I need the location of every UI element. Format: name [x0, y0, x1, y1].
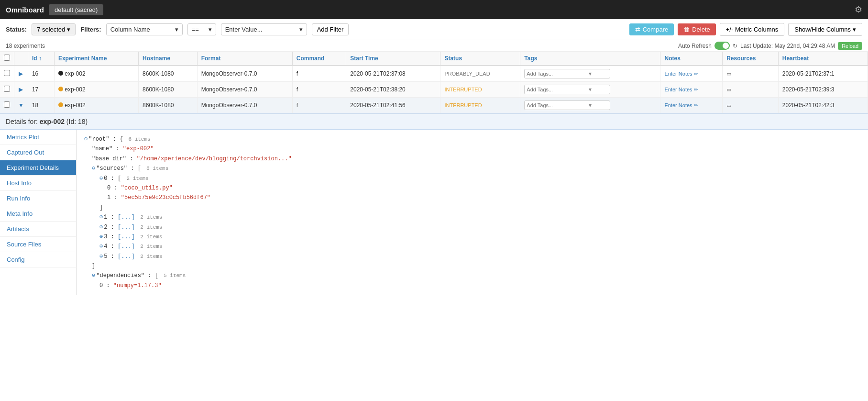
row-checkbox-cell[interactable] [0, 66, 14, 82]
refresh-cycle-icon[interactable]: ↻ [733, 43, 737, 49]
row-expand[interactable]: ▼ [14, 98, 28, 113]
gear-icon[interactable]: ⚙ [855, 4, 862, 15]
row-start-time: 2020-05-21T02:41:56 [346, 98, 440, 113]
side-nav-item-experiment-details[interactable]: Experiment Details [0, 160, 76, 176]
compare-button[interactable]: ⇄ Compare [629, 23, 674, 35]
json-line: ⊕4 : [...] 2 items [84, 242, 860, 251]
tag-input[interactable] [527, 71, 589, 77]
resource-icon: ▭ [726, 71, 731, 77]
side-nav-item-run-info[interactable]: Run Info [0, 191, 76, 206]
status-value: 7 selected [37, 26, 65, 33]
header-select-all[interactable] [0, 52, 14, 66]
header-hostname[interactable]: Hostname [139, 52, 198, 66]
filter-value-input[interactable]: Enter Value... ▾ [221, 23, 307, 35]
tree-toggle[interactable]: ⊖ [84, 136, 88, 143]
json-collapsed[interactable]: [...] [118, 234, 135, 240]
operator-select[interactable]: == ▾ [187, 23, 216, 35]
tree-toggle[interactable]: ⊕ [99, 234, 103, 240]
tree-toggle[interactable]: ⊕ [99, 224, 103, 231]
header-heartbeat[interactable]: Heartbeat [778, 52, 868, 66]
row-heartbeat: 2020-05-21T02:42:3 [778, 98, 868, 113]
enter-notes-link[interactable]: Enter Notes ✏ [664, 87, 698, 92]
row-tags[interactable]: ▾ [520, 98, 660, 113]
tag-input-wrap[interactable]: ▾ [524, 85, 610, 94]
tree-toggle[interactable]: ⊕ [99, 253, 103, 260]
side-nav-item-source-files[interactable]: Source Files [0, 237, 76, 252]
tag-dropdown-icon[interactable]: ▾ [589, 86, 592, 93]
tag-input[interactable] [527, 102, 589, 108]
tag-input[interactable] [527, 87, 589, 92]
header-experiment-name[interactable]: Experiment Name [54, 52, 138, 66]
header-format[interactable]: Format [197, 52, 292, 66]
side-nav-item-artifacts[interactable]: Artifacts [0, 222, 76, 237]
header-notes[interactable]: Notes [660, 52, 723, 66]
side-nav-item-config[interactable]: Config [0, 252, 76, 267]
reload-button[interactable]: Reload [838, 42, 862, 50]
row-notes[interactable]: Enter Notes ✏ [660, 66, 723, 82]
json-line: "name" : "exp-002" [84, 144, 860, 154]
json-string: "5ec5b75e9c23c0c5fb56df67" [121, 194, 210, 201]
active-tab[interactable]: default (sacred) [49, 4, 103, 15]
row-checkbox[interactable] [4, 70, 10, 76]
header-tags[interactable]: Tags [520, 52, 660, 66]
tag-dropdown-icon[interactable]: ▾ [589, 70, 592, 77]
tree-toggle[interactable]: ⊖ [92, 165, 95, 172]
details-header: Details for: exp-002 (Id: 18) [0, 114, 868, 130]
header-id[interactable]: Id ↑ [28, 52, 54, 66]
tree-toggle[interactable]: ⊖ [92, 272, 95, 279]
json-collapsed[interactable]: [...] [118, 253, 135, 260]
add-filter-button[interactable]: Add Filter [312, 23, 349, 35]
tree-toggle[interactable]: ⊖ [99, 175, 103, 182]
select-all-checkbox[interactable] [4, 55, 10, 61]
operator-chevron: ▾ [209, 26, 212, 33]
row-notes[interactable]: Enter Notes ✏ [660, 82, 723, 98]
enter-notes-link[interactable]: Enter Notes ✏ [664, 102, 698, 108]
json-key: 4 [104, 243, 107, 250]
last-update-text: Last Update: May 22nd, 04:29:48 AM [740, 43, 835, 49]
row-tags[interactable]: ▾ [520, 66, 660, 82]
row-resources: ▭ [723, 98, 779, 113]
row-notes[interactable]: Enter Notes ✏ [660, 98, 723, 113]
toolbar-filters: Status: 7 selected ▾ Filters: Column Nam… [6, 23, 349, 35]
delete-label: Delete [692, 26, 710, 33]
side-nav-item-host-info[interactable]: Host Info [0, 176, 76, 191]
header-status[interactable]: Status [440, 52, 520, 66]
auto-refresh-toggle[interactable] [714, 42, 730, 50]
json-key: "base_dir" [92, 156, 126, 162]
json-key: 0 [104, 175, 107, 182]
tree-toggle[interactable]: ⊕ [99, 243, 103, 250]
tag-input-wrap[interactable]: ▾ [524, 100, 610, 110]
tag-input-wrap[interactable]: ▾ [524, 69, 610, 78]
metric-columns-button[interactable]: +/- Metric Columns [720, 23, 784, 36]
enter-notes-link[interactable]: Enter Notes ✏ [664, 71, 698, 77]
row-status: INTERRUPTED [440, 98, 520, 113]
json-collapsed[interactable]: [...] [118, 214, 135, 221]
row-checkbox[interactable] [4, 101, 10, 108]
delete-button[interactable]: 🗑 Delete [678, 23, 716, 35]
json-bracket: ] [92, 263, 95, 269]
side-nav-item-captured-out[interactable]: Captured Out [0, 145, 76, 160]
column-name-select[interactable]: Column Name ▾ [106, 23, 183, 35]
header-resources[interactable]: Resources [723, 52, 779, 66]
header-start-time[interactable]: Start Time [346, 52, 440, 66]
header-command[interactable]: Command [292, 52, 346, 66]
row-expand[interactable]: ▶ [14, 66, 28, 82]
row-checkbox-cell[interactable] [0, 98, 14, 113]
table-header: Id ↑ Experiment Name Hostname Format Com… [0, 52, 868, 66]
row-checkbox-cell[interactable] [0, 82, 14, 98]
row-resources: ▭ [723, 66, 779, 82]
row-tags[interactable]: ▾ [520, 82, 660, 98]
side-nav-item-meta-info[interactable]: Meta Info [0, 206, 76, 222]
tag-dropdown-icon[interactable]: ▾ [589, 102, 592, 109]
show-hide-button[interactable]: Show/Hide Columns ▾ [788, 23, 862, 36]
status-value: INTERRUPTED [444, 102, 482, 108]
json-key: "name" [92, 145, 112, 152]
side-nav-item-metrics-plot[interactable]: Metrics Plot [0, 130, 76, 145]
row-command: f [292, 82, 346, 98]
json-collapsed[interactable]: [...] [118, 243, 135, 250]
json-collapsed[interactable]: [...] [118, 224, 135, 231]
status-filter-button[interactable]: 7 selected ▾ [32, 23, 76, 35]
tree-toggle[interactable]: ⊕ [99, 214, 103, 221]
row-expand[interactable]: ▶ [14, 82, 28, 98]
row-checkbox[interactable] [4, 86, 10, 92]
